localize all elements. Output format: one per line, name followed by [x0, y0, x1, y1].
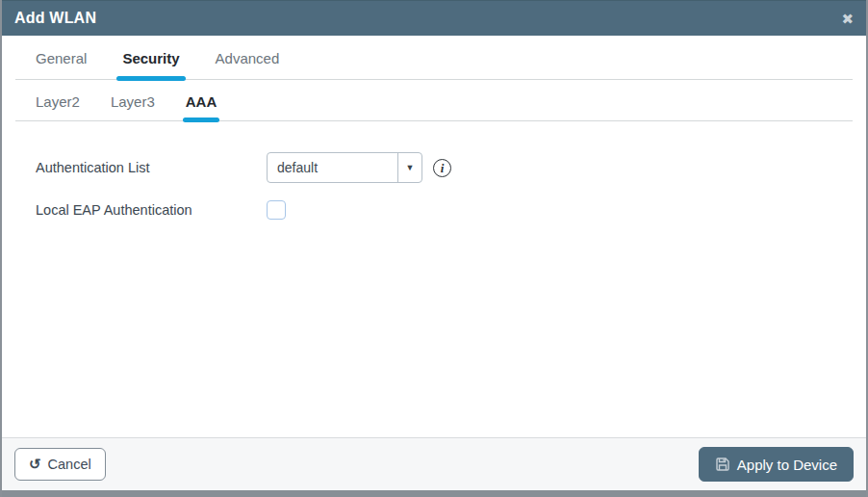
- authentication-list-label: Authentication List: [36, 160, 267, 175]
- info-icon[interactable]: i: [433, 159, 451, 177]
- add-wlan-dialog: Add WLAN ✖ General Security Advanced Lay…: [0, 0, 868, 497]
- cancel-button-label: Cancel: [48, 457, 91, 472]
- aaa-form: Authentication List default ▼ i Local EA…: [2, 121, 866, 437]
- dialog-bottom-edge: [2, 490, 866, 497]
- local-eap-checkbox[interactable]: [267, 200, 286, 220]
- subtab-layer2[interactable]: Layer2: [36, 93, 80, 120]
- local-eap-label: Local EAP Authentication: [36, 202, 267, 218]
- security-subtabbar: Layer2 Layer3 AAA: [15, 80, 853, 121]
- authentication-list-value: default: [268, 153, 397, 182]
- local-eap-row: Local EAP Authentication: [36, 200, 866, 220]
- undo-icon: ↺: [29, 457, 41, 471]
- authentication-list-row: Authentication List default ▼ i: [36, 152, 866, 183]
- authentication-list-dropdown[interactable]: default ▼: [267, 152, 422, 183]
- tab-security[interactable]: Security: [122, 50, 179, 79]
- save-icon: [715, 457, 730, 472]
- close-icon[interactable]: ✖: [841, 12, 854, 26]
- apply-to-device-button[interactable]: Apply to Device: [699, 447, 854, 482]
- tab-general[interactable]: General: [36, 50, 87, 79]
- main-tabbar: General Security Advanced: [15, 36, 853, 80]
- cancel-button[interactable]: ↺ Cancel: [14, 448, 106, 481]
- subtab-layer3[interactable]: Layer3: [111, 93, 155, 120]
- chevron-down-icon[interactable]: ▼: [397, 153, 421, 182]
- apply-button-label: Apply to Device: [737, 457, 837, 473]
- subtab-aaa[interactable]: AAA: [186, 93, 217, 120]
- dialog-footer: ↺ Cancel Apply to Device: [2, 437, 866, 490]
- tab-advanced[interactable]: Advanced: [216, 50, 280, 79]
- dialog-header: Add WLAN ✖: [2, 0, 866, 36]
- dialog-title: Add WLAN: [14, 10, 96, 27]
